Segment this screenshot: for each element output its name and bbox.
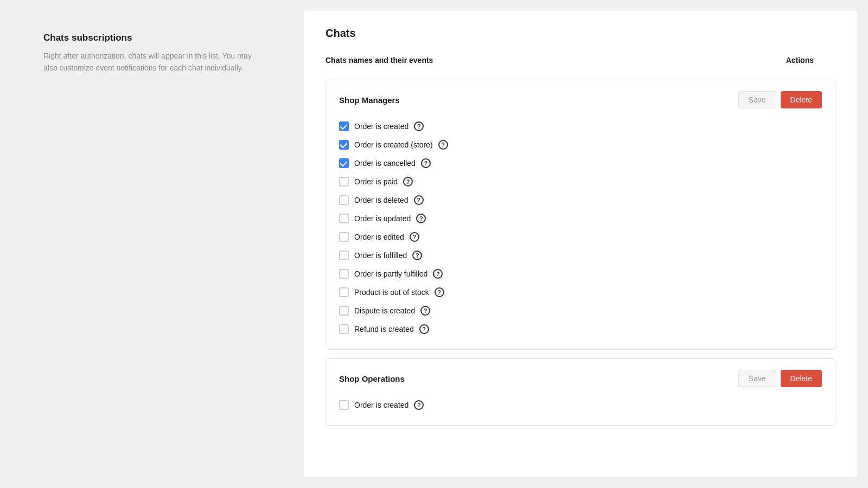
- event-label-order-cancelled: Order is cancelled: [354, 159, 416, 168]
- help-icon-order-paid[interactable]: ?: [403, 177, 413, 187]
- checkbox-wrapper-refund-created[interactable]: [339, 324, 349, 334]
- help-icon-order-partly-fulfilled[interactable]: ?: [433, 269, 443, 279]
- help-icon-refund-created[interactable]: ?: [419, 324, 429, 334]
- event-label-order-created: Order is created: [354, 122, 409, 131]
- section-header-shop-operations: Shop OperationsSaveDelete: [339, 370, 822, 387]
- delete-button-shop-managers[interactable]: Delete: [781, 91, 822, 108]
- checkbox-wrapper-order-deleted[interactable]: [339, 195, 349, 205]
- help-icon-order-created-store[interactable]: ?: [438, 140, 448, 150]
- help-icon-order-cancelled[interactable]: ?: [421, 158, 431, 168]
- event-label-order-deleted: Order is deleted: [354, 196, 409, 204]
- page-title: Chats: [326, 27, 835, 40]
- list-item: Order is updated?: [339, 209, 822, 228]
- checkbox-wrapper-order-edited[interactable]: [339, 232, 349, 242]
- checkbox-wrapper-order-fulfilled[interactable]: [339, 251, 349, 260]
- action-buttons-shop-managers: SaveDelete: [738, 91, 822, 108]
- help-icon-order-updated[interactable]: ?: [416, 214, 426, 223]
- checkbox-wrapper-order-created[interactable]: [339, 121, 349, 131]
- sections-container: Shop ManagersSaveDeleteOrder is created?…: [326, 80, 835, 426]
- section-title-shop-managers: Shop Managers: [339, 95, 400, 105]
- list-item: Order is deleted?: [339, 191, 822, 209]
- event-label-order-created-store: Order is created (store): [354, 140, 433, 149]
- column-header-actions: Actions: [786, 56, 835, 65]
- checkbox-wrapper-product-out-of-stock[interactable]: [339, 287, 349, 297]
- section-title-shop-operations: Shop Operations: [339, 374, 405, 383]
- save-button-shop-operations[interactable]: Save: [738, 370, 776, 387]
- list-item: Order is cancelled?: [339, 154, 822, 172]
- checkbox-wrapper-order-paid[interactable]: [339, 177, 349, 187]
- event-label-order-created-ops: Order is created: [354, 401, 409, 409]
- main-content: Chats Chats names and their events Actio…: [304, 0, 868, 488]
- left-panel: Chats subscriptions Right after authoriz…: [0, 0, 304, 488]
- list-item: Order is created?: [339, 396, 822, 414]
- checkbox-wrapper-order-updated[interactable]: [339, 214, 349, 223]
- checkbox-wrapper-order-created-store[interactable]: [339, 140, 349, 150]
- chat-section-shop-managers: Shop ManagersSaveDeleteOrder is created?…: [326, 80, 835, 350]
- list-item: Refund is created?: [339, 320, 822, 338]
- sidebar-title: Chats subscriptions: [43, 33, 260, 43]
- column-header-events: Chats names and their events: [326, 56, 433, 65]
- list-item: Order is fulfilled?: [339, 246, 822, 265]
- help-icon-order-edited[interactable]: ?: [410, 232, 419, 242]
- event-label-order-updated: Order is updated: [354, 214, 411, 223]
- event-label-order-paid: Order is paid: [354, 177, 398, 186]
- list-item: Order is partly fulfilled?: [339, 265, 822, 283]
- checkbox-wrapper-dispute-created[interactable]: [339, 306, 349, 316]
- list-item: Dispute is created?: [339, 301, 822, 320]
- list-item: Order is created (store)?: [339, 136, 822, 154]
- help-icon-order-fulfilled[interactable]: ?: [412, 251, 422, 260]
- chats-container: Chats Chats names and their events Actio…: [304, 11, 857, 477]
- event-label-order-edited: Order is edited: [354, 233, 404, 241]
- section-header-shop-managers: Shop ManagersSaveDelete: [339, 91, 822, 108]
- checkbox-wrapper-order-partly-fulfilled[interactable]: [339, 269, 349, 279]
- event-label-order-partly-fulfilled: Order is partly fulfilled: [354, 269, 427, 278]
- action-buttons-shop-operations: SaveDelete: [738, 370, 822, 387]
- help-icon-dispute-created[interactable]: ?: [420, 306, 430, 316]
- checkbox-wrapper-order-cancelled[interactable]: [339, 158, 349, 168]
- event-label-order-fulfilled: Order is fulfilled: [354, 251, 407, 260]
- list-item: Order is paid?: [339, 172, 822, 191]
- list-item: Product is out of stock?: [339, 283, 822, 301]
- event-label-refund-created: Refund is created: [354, 325, 414, 333]
- event-label-product-out-of-stock: Product is out of stock: [354, 288, 429, 297]
- checkbox-wrapper-order-created-ops[interactable]: [339, 400, 349, 410]
- help-icon-order-deleted[interactable]: ?: [414, 195, 424, 205]
- save-button-shop-managers[interactable]: Save: [738, 91, 776, 108]
- list-item: Order is edited?: [339, 228, 822, 246]
- delete-button-shop-operations[interactable]: Delete: [781, 370, 822, 387]
- sidebar-description: Right after authorization, chats will ap…: [43, 50, 260, 74]
- chat-section-shop-operations: Shop OperationsSaveDeleteOrder is create…: [326, 358, 835, 426]
- help-icon-order-created[interactable]: ?: [414, 121, 424, 131]
- list-item: Order is created?: [339, 117, 822, 136]
- help-icon-product-out-of-stock[interactable]: ?: [435, 287, 444, 297]
- event-label-dispute-created: Dispute is created: [354, 306, 415, 315]
- table-header: Chats names and their events Actions: [326, 56, 835, 71]
- help-icon-order-created-ops[interactable]: ?: [414, 400, 424, 410]
